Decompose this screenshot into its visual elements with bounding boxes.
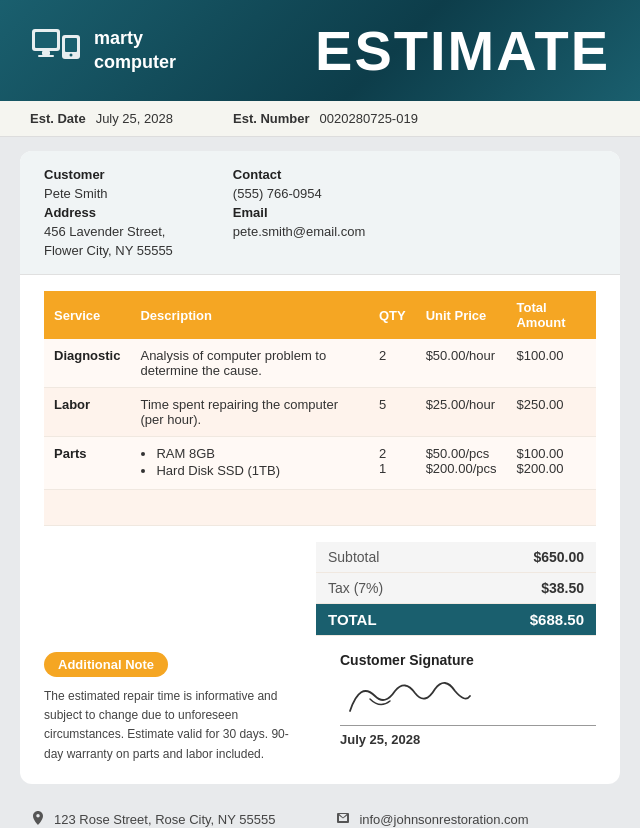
total-label: TOTAL — [316, 604, 457, 636]
note-section: Additional Note The estimated repair tim… — [44, 652, 300, 764]
total-parts: $100.00 $200.00 — [506, 437, 596, 490]
total-diagnostic: $100.00 — [506, 339, 596, 388]
totals-section: Subtotal $650.00 Tax (7%) $38.50 TOTAL $… — [20, 542, 620, 652]
note-title: Additional Note — [44, 652, 168, 677]
email-icon — [335, 810, 351, 828]
signature-image — [340, 676, 596, 726]
svg-rect-5 — [65, 38, 77, 52]
total-labor: $250.00 — [506, 388, 596, 437]
customer-phone: (555) 766-0954 — [233, 186, 365, 201]
svg-rect-2 — [42, 51, 50, 55]
totals-table: Subtotal $650.00 Tax (7%) $38.50 TOTAL $… — [316, 542, 596, 636]
tax-row: Tax (7%) $38.50 — [316, 573, 596, 604]
unit-price-diagnostic: $50.00/hour — [416, 339, 507, 388]
est-number-value: 0020280725-019 — [320, 111, 418, 126]
total-row: TOTAL $688.50 — [316, 604, 596, 636]
est-number-item: Est. Number 0020280725-019 — [233, 111, 418, 126]
col-unit-price: Unit Price — [416, 291, 507, 339]
unit-price-labor: $25.00/hour — [416, 388, 507, 437]
unit-price-parts: $50.00/pcs $200.00/pcs — [416, 437, 507, 490]
footer-address-item: 123 Rose Street, Rose City, NY 55555 — [30, 810, 275, 828]
services-section: Service Description QTY Unit Price Total… — [20, 275, 620, 542]
customer-address-line1: 456 Lavender Street, — [44, 224, 173, 239]
footer-address: 123 Rose Street, Rose City, NY 55555 — [54, 812, 275, 827]
est-date-item: Est. Date July 25, 2028 — [30, 111, 173, 126]
description-labor: Time spent repairing the computer (per h… — [130, 388, 368, 437]
tax-value: $38.50 — [457, 573, 596, 604]
signature-date: July 25, 2028 — [340, 732, 596, 747]
part-item-2: Hard Disk SSD (1TB) — [156, 463, 358, 478]
customer-address-line2: Flower City, NY 55555 — [44, 243, 173, 258]
contact-label: Contact — [233, 167, 365, 182]
main-card: Customer Pete Smith Address 456 Lavender… — [20, 151, 620, 784]
estimate-title: ESTIMATE — [315, 18, 610, 83]
page-footer: 123 Rose Street, Rose City, NY 55555 inf… — [0, 798, 640, 828]
table-row: Diagnostic Analysis of computer problem … — [44, 339, 596, 388]
col-service: Service — [44, 291, 130, 339]
customer-name: Pete Smith — [44, 186, 173, 201]
location-icon — [30, 810, 46, 828]
email-label: Email — [233, 205, 365, 220]
bottom-section: Additional Note The estimated repair tim… — [20, 652, 620, 784]
customer-contact-block: Contact (555) 766-0954 Email pete.smith@… — [233, 167, 365, 258]
customer-address-block: Customer Pete Smith Address 456 Lavender… — [44, 167, 173, 258]
signature-svg — [340, 671, 480, 721]
service-diagnostic: Diagnostic — [44, 339, 130, 388]
customer-label: Customer — [44, 167, 173, 182]
qty-parts: 2 1 — [369, 437, 416, 490]
page-header: marty computer ESTIMATE — [0, 0, 640, 101]
logo-icon — [30, 25, 82, 77]
service-labor: Labor — [44, 388, 130, 437]
table-header-row: Service Description QTY Unit Price Total… — [44, 291, 596, 339]
table-row: Labor Time spent repairing the computer … — [44, 388, 596, 437]
col-qty: QTY — [369, 291, 416, 339]
est-date-value: July 25, 2028 — [96, 111, 173, 126]
signature-label: Customer Signature — [340, 652, 596, 668]
col-description: Description — [130, 291, 368, 339]
signature-section: Customer Signature July 25, 2028 — [340, 652, 596, 764]
est-date-label: Est. Date — [30, 111, 86, 126]
svg-point-6 — [70, 53, 73, 56]
subtotal-label: Subtotal — [316, 542, 457, 573]
subtotal-value: $650.00 — [457, 542, 596, 573]
customer-section: Customer Pete Smith Address 456 Lavender… — [20, 151, 620, 275]
total-value: $688.50 — [457, 604, 596, 636]
logo-area: marty computer — [30, 25, 176, 77]
address-label: Address — [44, 205, 173, 220]
part-item-1: RAM 8GB — [156, 446, 358, 461]
customer-email: pete.smith@email.com — [233, 224, 365, 239]
logo-text: marty computer — [94, 27, 176, 74]
services-table: Service Description QTY Unit Price Total… — [44, 291, 596, 526]
subtotal-row: Subtotal $650.00 — [316, 542, 596, 573]
footer-email-item: info@johnsonrestoration.com — [335, 810, 528, 828]
qty-diagnostic: 2 — [369, 339, 416, 388]
tax-label: Tax (7%) — [316, 573, 457, 604]
table-row: Parts RAM 8GB Hard Disk SSD (1TB) 2 1 $5… — [44, 437, 596, 490]
meta-row: Est. Date July 25, 2028 Est. Number 0020… — [0, 101, 640, 137]
footer-email: info@johnsonrestoration.com — [359, 812, 528, 827]
empty-row — [44, 490, 596, 526]
note-text: The estimated repair time is informative… — [44, 687, 300, 764]
qty-labor: 5 — [369, 388, 416, 437]
col-total: Total Amount — [506, 291, 596, 339]
service-parts: Parts — [44, 437, 130, 490]
svg-rect-3 — [38, 55, 54, 57]
svg-rect-1 — [35, 32, 57, 48]
description-diagnostic: Analysis of computer problem to determin… — [130, 339, 368, 388]
description-parts: RAM 8GB Hard Disk SSD (1TB) — [130, 437, 368, 490]
est-number-label: Est. Number — [233, 111, 310, 126]
